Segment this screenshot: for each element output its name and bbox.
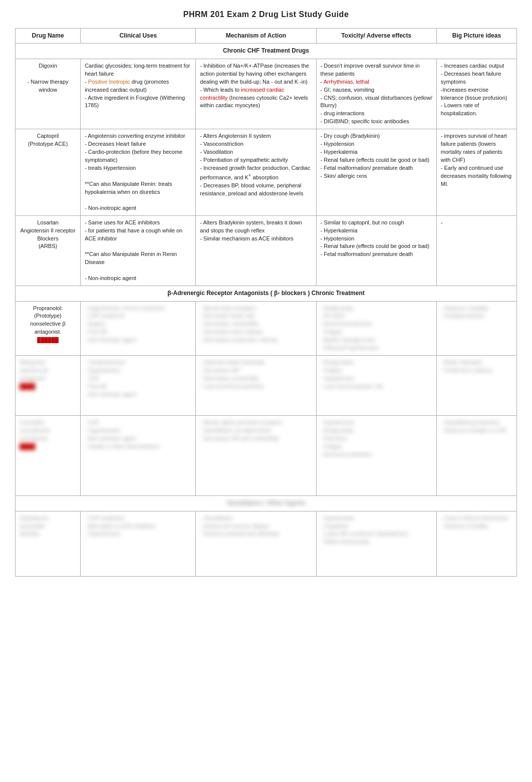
blurred-toxicity-2: - Hypotension- Bradycardia- Dizziness- F… [321,419,372,457]
blurred-clinical-propranolol: - Hypertension chronic treatment - CHF t… [85,305,165,343]
mechanism-blurred-2: - Blocks alpha and beta receptors- Vasod… [196,416,316,496]
table-row: Carvedilolnonselectiveα+β blocker████ - … [16,416,517,496]
blurred-drug-1: Metoprololselective β1antagonist████ [20,359,49,389]
section-header-chf: Chronic CHF Treatment Drugs [16,44,517,59]
blurred-bigpicture-1: - Better tolerated- Preferred in asthma [441,359,492,373]
table-row: Captopril(Prototype ACE) - Angiotensin c… [16,129,517,215]
clinical-blurred-3: - CHF treatment- Alternative to ACE inhi… [81,511,196,576]
mechanism-blurred-3: - Vasodilation- Arterial and venous dila… [196,511,316,576]
toxicity-captopril: - Dry cough (Bradykinin) - Hypotension -… [316,129,436,215]
clinical-propranolol: - Hypertension chronic treatment - CHF t… [81,301,196,356]
highlight-increased: increased [241,87,265,93]
blurred-drug-2: Carvedilolnonselectiveα+β blocker████ [20,419,50,449]
table-row: Propranolol:(Prototype)nonselective β an… [16,301,517,356]
drug-blurred-2: Carvedilolnonselectiveα+β blocker████ [16,416,81,496]
study-guide-table: Drug Name Clinical Uses Mechanism of Act… [15,28,517,577]
section-header-beta: β-Adrenergic Receptor Antagonists ( β- b… [16,286,517,301]
drug-blurred-3: HydralazineIsosorbidedinitrate [16,511,81,576]
blurred-mechanism-2: - Blocks alpha and beta receptors- Vasod… [200,419,282,441]
mechanism-propranolol: - Blocks beta receptors - Decreases hear… [196,301,316,356]
blurred-toxicity-propranolol: - Bradycardia - AV block - Bronchoconstr… [321,305,379,351]
bigpicture-blurred-1: - Better tolerated- Preferred in asthma [436,356,516,416]
page-title: PHRM 201 Exam 2 Drug List Study Guide [15,10,517,19]
drug-losartan: LosartanAngiotensin II receptor Blockers… [16,215,81,286]
blurred-section-label: Vasodilators / Other Agents [16,496,517,511]
mechanism-blurred-1: - Selective beta1 blockade- Decreases HR… [196,356,316,416]
table-row: HydralazineIsosorbidedinitrate - CHF tre… [16,511,517,576]
drug-captopril: Captopril(Prototype ACE) [16,129,81,215]
beta-section-label: β-Adrenergic Receptor Antagonists ( β- b… [16,286,517,301]
drug-blurred-1: Metoprololselective β1antagonist████ [16,356,81,416]
col-clinical: Clinical Uses [81,29,196,44]
bigpicture-propranolol: - Reduces mortality - Cardioprotective [436,301,516,356]
mechanism-digoxin: - Inhibition of Na+/K+-ATPase (increases… [196,59,316,129]
drug-digoxin: Digoxin- Narrow therapy window [16,59,81,129]
clinical-captopril: - Angiotensin converting enzyme inhibito… [81,129,196,215]
mechanism-captopril: - Alters Angiotensin II system - Vasocon… [196,129,316,215]
clinical-blurred-1: - Cardioselective- Hypertension- CHF- Po… [81,356,196,416]
clinical-losartan: - Same uses for ACE inhibitors - for pat… [81,215,196,286]
section-header-blurred: Vasodilators / Other Agents [16,496,517,511]
blurred-mechanism-3: - Vasodilation- Arterial and venous dila… [200,515,279,537]
col-bigpicture: Big Picture ideas [436,29,516,44]
toxicity-blurred-1: - Bradycardia- Fatigue- Hypotension- Les… [316,356,436,416]
drug-propranolol: Propranolol:(Prototype)nonselective β an… [16,301,81,356]
blurred-clinical-2: - CHF- Hypertension- Non-inotropic agent… [85,419,159,449]
blurred-mechanism-propranolol: - Blocks beta receptors - Decreases hear… [200,305,278,343]
bigpicture-blurred-2: - Vasodilating properties- Reduces morta… [436,416,516,496]
blurred-toxicity-1: - Bradycardia- Fatigue- Hypotension- Les… [321,359,383,389]
bigpicture-digoxin: - Increases cardiac output - Decreases h… [436,59,516,129]
table-row: LosartanAngiotensin II receptor Blockers… [16,215,517,286]
chf-section-label: Chronic CHF Treatment Drugs [16,44,517,59]
table-row: Digoxin- Narrow therapy window Cardiac g… [16,59,517,129]
clinical-blurred-2: - CHF- Hypertension- Non-inotropic agent… [81,416,196,496]
blurred-drug-3: HydralazineIsosorbidedinitrate [20,515,49,537]
table-row: Metoprololselective β1antagonist████ - C… [16,356,517,416]
highlight-arrhythmias: Arrhythmias, lethal [324,79,369,85]
col-mechanism: Mechanism of Action [196,29,316,44]
blurred-mechanism-1: - Selective beta1 blockade- Decreases HR… [200,359,264,389]
toxicity-digoxin: - Doesn't improve overall survivor time … [316,59,436,129]
highlight-propranolol-red: ██████ [37,337,59,343]
bigpicture-blurred-3: - Used in African Americans- Reduces mor… [436,511,516,576]
clinical-digoxin: Cardiac glycosides; long-term treatment … [81,59,196,129]
toxicity-blurred-3: - Hypotension- Headache- Lupus-like synd… [316,511,436,576]
highlight-positive-inotropic: Positive Inotropic [88,79,130,85]
blurred-bigpicture-2: - Vasodilating properties- Reduces morta… [441,419,507,433]
col-drug: Drug Name [16,29,81,44]
toxicity-blurred-2: - Hypotension- Bradycardia- Dizziness- F… [316,416,436,496]
col-toxicity: Toxicity/ Adverse effects [316,29,436,44]
mechanism-losartan: - Alters Bradykinin system, breaks it do… [196,215,316,286]
blurred-clinical-3: - CHF treatment- Alternative to ACE inhi… [85,515,156,537]
blurred-bigpicture-propranolol: - Reduces mortality - Cardioprotective [441,305,488,319]
bigpicture-captopril: - improves survival of heart failure pat… [436,129,516,215]
toxicity-losartan: - Similar to captopril, but no cough - H… [316,215,436,286]
blurred-clinical-1: - Cardioselective- Hypertension- CHF- Po… [85,359,136,397]
bigpicture-losartan: - [436,215,516,286]
toxicity-propranolol: - Bradycardia - AV block - Bronchoconstr… [316,301,436,356]
blurred-bigpicture-3: - Used in African Americans- Reduces mor… [441,515,508,529]
blurred-toxicity-3: - Hypotension- Headache- Lupus-like synd… [321,515,408,545]
